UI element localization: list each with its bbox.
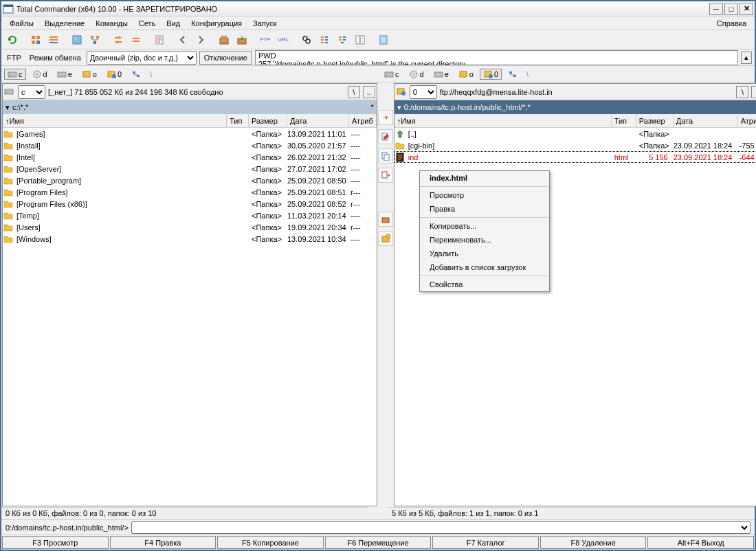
f4-button[interactable]: F4 Правка bbox=[110, 536, 216, 549]
menu-files[interactable]: Файлы bbox=[4, 18, 39, 29]
context-item[interactable]: Свойства bbox=[420, 278, 549, 291]
left-file-list[interactable]: [Games]<Папка>13.09.2021 11:01----[Insta… bbox=[3, 128, 377, 506]
context-item[interactable]: Удалить bbox=[420, 247, 549, 260]
left-up-button[interactable]: .. bbox=[363, 86, 375, 98]
context-item[interactable]: Правка bbox=[420, 202, 549, 216]
file-row[interactable]: [Games]<Папка>13.09.2021 11:01---- bbox=[3, 128, 377, 139]
context-item[interactable]: Просмотр bbox=[420, 188, 549, 202]
file-row[interactable]: [Program Files]<Папка>25.09.2021 08:51r-… bbox=[3, 186, 377, 198]
context-item[interactable]: Добавить в список загрузок bbox=[420, 260, 549, 274]
forward-icon[interactable] bbox=[192, 32, 209, 48]
file-row[interactable]: [Windows]<Папка>13.09.2021 10:34---- bbox=[3, 233, 377, 245]
drive-e-r[interactable]: e bbox=[430, 69, 452, 80]
swap-icon[interactable] bbox=[110, 32, 126, 48]
col-date[interactable]: Дата bbox=[287, 114, 349, 127]
ftp-mode-select[interactable]: Двоичный (zip, doc и т.д.) bbox=[87, 51, 197, 65]
file-row[interactable]: [Portable_program]<Папка>25.09.2021 08:5… bbox=[3, 175, 377, 186]
cmd-input[interactable] bbox=[131, 521, 751, 534]
mid-pack-icon[interactable] bbox=[378, 212, 393, 227]
altf4-button[interactable]: Alt+F4 Выход bbox=[647, 536, 754, 549]
multirename-icon[interactable] bbox=[316, 32, 333, 48]
file-row[interactable]: [Users]<Папка>19.09.2021 20:34r--- bbox=[3, 221, 377, 233]
menu-net[interactable]: Сеть bbox=[133, 18, 161, 29]
drive-net-r[interactable] bbox=[504, 69, 521, 80]
left-root-button[interactable]: \ bbox=[348, 86, 360, 98]
mid-edit-icon[interactable] bbox=[378, 129, 393, 144]
ftp-icon[interactable]: FTP bbox=[257, 32, 274, 48]
mid-move-icon[interactable] bbox=[378, 168, 393, 183]
col-name-r[interactable]: ↑Имя bbox=[394, 114, 612, 127]
view-brief-icon[interactable] bbox=[27, 32, 44, 48]
ftp-scroll-up[interactable]: ▴ bbox=[741, 52, 752, 64]
file-row[interactable]: [Temp]<Папка>11.03.2021 20:14---- bbox=[3, 210, 377, 221]
unpack-icon[interactable] bbox=[234, 32, 250, 48]
back-icon[interactable] bbox=[175, 32, 191, 48]
f5-button[interactable]: F5 Копирование bbox=[217, 536, 324, 549]
left-path-arrow-icon[interactable]: ▾ bbox=[5, 103, 10, 112]
file-row[interactable]: [..]<Папка> bbox=[394, 128, 756, 139]
diff-icon[interactable] bbox=[352, 32, 368, 48]
edit-icon[interactable] bbox=[151, 32, 168, 48]
col-date-r[interactable]: Дата bbox=[674, 114, 738, 127]
view-full-icon[interactable] bbox=[45, 32, 62, 48]
drive-e[interactable]: e bbox=[54, 69, 76, 80]
col-attr-r[interactable]: Атриб bbox=[738, 114, 756, 127]
col-size[interactable]: Размер bbox=[249, 114, 287, 127]
drive-d-r[interactable]: d bbox=[405, 69, 427, 80]
right-path-arrow-icon[interactable]: ▾ bbox=[397, 103, 401, 112]
col-attr[interactable]: Атриб bbox=[349, 114, 377, 127]
drive-net[interactable] bbox=[128, 69, 144, 80]
col-size-r[interactable]: Размер bbox=[636, 114, 674, 127]
menu-help[interactable]: Справка bbox=[711, 18, 752, 29]
f3-button[interactable]: F3 Просмотр bbox=[2, 536, 109, 549]
right-root-button[interactable]: \ bbox=[736, 86, 748, 98]
mid-new-icon[interactable] bbox=[378, 231, 393, 246]
url-icon[interactable]: URL bbox=[275, 32, 291, 48]
menu-selection[interactable]: Выделение bbox=[39, 18, 90, 29]
mid-nav-icon[interactable] bbox=[378, 110, 393, 125]
f6-button[interactable]: F6 Перемещение bbox=[325, 536, 432, 549]
tree-icon[interactable] bbox=[87, 32, 103, 48]
left-path[interactable]: ▾ c:\*.* * bbox=[3, 100, 377, 114]
right-drive-select[interactable]: 0 bbox=[410, 85, 437, 99]
menu-commands[interactable]: Команды bbox=[90, 18, 133, 29]
mid-copy-icon[interactable] bbox=[378, 148, 393, 164]
file-row[interactable]: [Install]<Папка>30.05.2020 21:57---- bbox=[3, 139, 377, 151]
maximize-button[interactable]: □ bbox=[724, 3, 738, 15]
file-row[interactable]: [Intel]<Папка>26.02.2021 21:32---- bbox=[3, 151, 377, 163]
drive-0-r[interactable]: 0 bbox=[480, 69, 502, 80]
left-fav-icon[interactable]: * bbox=[370, 103, 373, 111]
file-row[interactable]: [cgi-bin]<Папка>23.09.2021 18:24-755 bbox=[394, 139, 756, 151]
minimize-button[interactable]: ─ bbox=[709, 3, 723, 15]
col-type-r[interactable]: Тип bbox=[612, 114, 636, 127]
drive-d[interactable]: d bbox=[29, 69, 51, 80]
col-name[interactable]: ↑Имя bbox=[3, 114, 227, 127]
right-up-button[interactable]: .. bbox=[751, 86, 756, 98]
drive-c-r[interactable]: c bbox=[381, 69, 403, 80]
ftp-disconnect-button[interactable]: Отключение bbox=[199, 51, 252, 65]
menu-view[interactable]: Вид bbox=[161, 18, 186, 29]
close-button[interactable]: ✕ bbox=[740, 3, 753, 15]
thumb-icon[interactable] bbox=[69, 32, 85, 48]
equal-icon[interactable] bbox=[128, 32, 144, 48]
context-item[interactable]: Переименовать... bbox=[420, 233, 549, 247]
f7-button[interactable]: F7 Каталог bbox=[432, 536, 539, 549]
menu-config[interactable]: Конфигурация bbox=[186, 18, 247, 29]
file-row[interactable]: [Program Files (x86)]<Папка>25.09.2021 0… bbox=[3, 198, 377, 210]
search-icon[interactable] bbox=[298, 32, 315, 48]
drive-0[interactable]: 0 bbox=[103, 69, 125, 80]
col-type[interactable]: Тип bbox=[227, 114, 249, 127]
drive-o[interactable]: o bbox=[78, 69, 100, 80]
context-item[interactable]: Копировать... bbox=[420, 219, 549, 233]
refresh-icon[interactable] bbox=[4, 32, 21, 48]
menu-start[interactable]: Запуск bbox=[247, 18, 282, 29]
pack-icon[interactable] bbox=[216, 32, 232, 48]
file-row[interactable]: [OpenServer]<Папка>27.07.2021 17:02---- bbox=[3, 163, 377, 175]
notepad-icon[interactable] bbox=[375, 32, 392, 48]
left-drive-select[interactable]: c bbox=[18, 85, 45, 99]
drive-o-r[interactable]: o bbox=[455, 69, 477, 80]
file-row[interactable]: indhtml5 15623.09.2021 18:24-644 bbox=[394, 151, 756, 163]
drive-c[interactable]: c bbox=[4, 69, 26, 80]
sync-icon[interactable] bbox=[334, 32, 351, 48]
right-path[interactable]: ▾ 0:/domains/tc.p-host.in/public_html/*.… bbox=[394, 100, 756, 114]
